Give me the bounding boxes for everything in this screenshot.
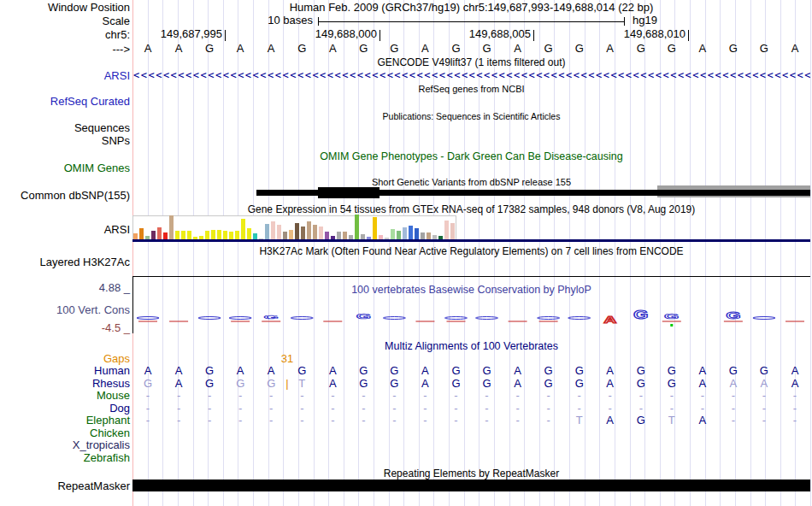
base-letter: - [440, 390, 472, 402]
gtex-tissue-bar [169, 215, 174, 239]
species-label-human[interactable]: Human [94, 365, 130, 377]
base-letter: - [194, 403, 226, 415]
base-letter: G [533, 365, 564, 377]
base-letter: - [317, 403, 349, 415]
coordinate-tick [533, 30, 534, 41]
gtex-baseline [132, 239, 810, 242]
base-letter: G [656, 43, 687, 55]
gtex-tissue-bar [175, 231, 179, 239]
gtex-tissue-bar [241, 219, 245, 239]
dbsnp-label[interactable]: Common dbSNP(155) [21, 190, 130, 202]
species-label-gaps[interactable]: Gaps [103, 353, 130, 365]
gencode-track-title[interactable]: GENCODE V49lift37 (1 items filtered out) [132, 56, 810, 68]
base-letter: - [656, 390, 687, 402]
base-letter: - [625, 390, 656, 402]
gtex-tissue-bar [355, 215, 359, 239]
species-label-chicken[interactable]: Chicken [90, 427, 130, 439]
phylop-axis-max: 4.88 _ [99, 282, 130, 294]
gtex-tissue-bar [444, 221, 449, 239]
species-label-mouse[interactable]: Mouse [97, 390, 130, 402]
phylop-wiggle: GGAGGG [132, 305, 810, 336]
gtex-tissue-bar [337, 232, 341, 239]
base-letter: - [409, 403, 441, 415]
omim-track-title[interactable]: OMIM Gene Phenotypes - Dark Green Can Be… [132, 150, 810, 162]
base-letter: G [471, 365, 503, 377]
gene-intron-arrows[interactable]: <<<<<<<<<<<<<<<<<<<<<<<<<<<<<<<<<<<<<<<<… [133, 70, 810, 81]
gtex-track-title[interactable]: Gene Expression in 54 tissues from GTEx … [132, 203, 810, 215]
sequences-label[interactable]: Sequences [74, 122, 130, 134]
base-letter: - [780, 403, 811, 415]
gencode-gene-label[interactable]: ARSI [104, 70, 130, 82]
base-letter: - [533, 415, 564, 427]
base-letter: A [594, 365, 626, 377]
gtex-gene-label[interactable]: ARSI [104, 224, 130, 236]
h3k27ac-track-title[interactable]: H3K27Ac Mark (Often Found Near Active Re… [132, 245, 810, 257]
base-letter: T [563, 415, 595, 427]
refseq-curated-label[interactable]: RefSeq Curated [50, 96, 130, 108]
base-letter: - [225, 390, 256, 402]
svg-text:G: G [726, 310, 740, 321]
base-letter: G [379, 378, 410, 390]
base-letter: A [502, 378, 533, 390]
genome-browser-image[interactable]: Window Position Human Feb. 2009 (GRCh37/… [0, 0, 812, 506]
gtex-tissue-bar [247, 228, 251, 239]
base-letter: G [225, 378, 256, 390]
phylop-track-label[interactable]: 100 Vert. Cons [56, 304, 130, 316]
base-letter: - [317, 415, 349, 427]
gtex-tissue-bar [415, 228, 419, 239]
base-letter: G [132, 378, 164, 390]
base-letter: A [594, 378, 626, 390]
gtex-tissue-bar [373, 217, 377, 239]
phylop-track-title[interactable]: 100 vertebrates Basewise Conservation by… [132, 284, 810, 296]
species-label-dog[interactable]: Dog [109, 403, 130, 415]
dbsnp-black-feature-thick[interactable] [318, 187, 380, 198]
repeatmasker-feature[interactable] [132, 480, 810, 491]
repeatmasker-track-title[interactable]: Repeating Elements by RepeatMasker [132, 468, 810, 480]
base-letter: A [317, 43, 349, 55]
gtex-tissue-bar [163, 232, 168, 239]
gtex-tissue-bar [265, 224, 269, 239]
gtex-tissue-bar [151, 231, 156, 239]
base-letter: - [686, 403, 718, 415]
base-letter: A [686, 415, 718, 427]
base-letter: G [348, 378, 380, 390]
svg-text:A: A [603, 315, 616, 325]
base-letter: G [379, 365, 410, 377]
base-letter: G [379, 43, 410, 55]
h3k27ac-label[interactable]: Layered H3K27Ac [39, 256, 130, 268]
scale-bar [318, 21, 625, 22]
base-letter: - [163, 390, 195, 402]
gtex-tissue-bar [403, 227, 407, 239]
window-position-title: Human Feb. 2009 (GRCh37/hg19) chr5:149,6… [132, 2, 810, 14]
gtex-tissue-bar [421, 232, 425, 239]
base-letter: A [163, 43, 195, 55]
base-letter: - [717, 415, 749, 427]
svg-text:G: G [664, 311, 679, 321]
repeatmasker-label[interactable]: RepeatMasker [57, 480, 130, 492]
coordinate-label: 149,687,995 [156, 28, 222, 40]
base-letter: - [409, 390, 441, 402]
species-label-x_tropicalis[interactable]: X_tropicalis [73, 439, 130, 451]
gtex-tissue-bar [427, 232, 431, 239]
snps-label[interactable]: SNPs [102, 135, 130, 147]
base-letter: - [533, 390, 564, 402]
multiz-track-title[interactable]: Multiz Alignments of 100 Vertebrates [132, 340, 810, 352]
gtex-tissue-bar [289, 230, 293, 239]
coordinate-tick [688, 30, 689, 41]
gtex-tissue-bar [205, 231, 209, 239]
species-label-elephant[interactable]: Elephant [86, 415, 130, 427]
species-label-rhesus[interactable]: Rhesus [92, 378, 130, 390]
publications-track-title[interactable]: Publications: Sequences in Scientific Ar… [132, 110, 810, 122]
gtex-tissue-bar [217, 230, 221, 239]
omim-genes-label[interactable]: OMIM Genes [64, 162, 130, 174]
base-letter: - [440, 403, 472, 415]
base-letter: - [594, 403, 626, 415]
refseq-track-title[interactable]: RefSeq genes from NCBI [132, 83, 810, 95]
base-letter: G [748, 365, 780, 377]
base-letter: G [533, 378, 564, 390]
base-letter: A [717, 378, 749, 390]
species-label-zebrafish[interactable]: Zebrafish [84, 452, 130, 464]
base-letter: A [225, 365, 256, 377]
base-letter: - [471, 403, 503, 415]
svg-text:G: G [356, 311, 371, 321]
